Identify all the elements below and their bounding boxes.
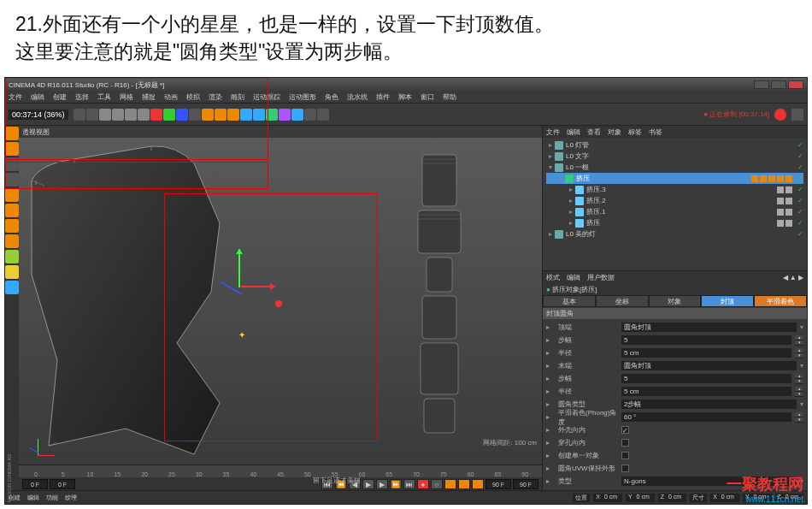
objmenu-edit[interactable]: 编辑 bbox=[567, 127, 580, 137]
tab-basic[interactable]: 基本 bbox=[543, 295, 596, 307]
attr-value[interactable]: 圆角封顶 bbox=[621, 323, 797, 332]
timeline-start[interactable] bbox=[22, 479, 48, 489]
objmenu-obj[interactable]: 对象 bbox=[608, 127, 621, 137]
matmenu-edit[interactable]: 编辑 bbox=[27, 494, 39, 502]
autokey-button[interactable]: ○ bbox=[431, 479, 443, 489]
tree-item[interactable]: ▸挤压.2✓ bbox=[546, 195, 803, 206]
attr-value[interactable]: 60 ° bbox=[621, 412, 791, 422]
spline-pen-icon[interactable] bbox=[253, 109, 265, 121]
menu-window[interactable]: 窗口 bbox=[421, 92, 434, 102]
window-buttons[interactable] bbox=[754, 80, 803, 89]
render-settings-icon[interactable] bbox=[215, 109, 227, 121]
checkbox[interactable] bbox=[621, 465, 629, 472]
tree-item[interactable]: ▸L0 文字✓ bbox=[546, 151, 803, 162]
rec-button[interactable] bbox=[774, 109, 786, 121]
menu-mesh[interactable]: 网格 bbox=[120, 92, 133, 102]
record-key-button[interactable]: ● bbox=[417, 479, 429, 489]
workplane2-icon[interactable] bbox=[5, 281, 19, 294]
tree-item[interactable]: ▸挤压.1✓ bbox=[546, 206, 803, 217]
move-gizmo[interactable]: ✦ bbox=[203, 249, 279, 326]
next-key-button[interactable]: ⏩ bbox=[390, 479, 402, 489]
objmenu-file[interactable]: 文件 bbox=[546, 127, 560, 137]
tab-object[interactable]: 对象 bbox=[649, 295, 702, 307]
camera-toggle-icon[interactable] bbox=[791, 109, 803, 121]
close-button[interactable] bbox=[788, 80, 803, 89]
deformer-icon[interactable] bbox=[279, 109, 291, 121]
menu-tools[interactable]: 工具 bbox=[97, 92, 111, 102]
timeline-current[interactable] bbox=[50, 479, 75, 489]
workplane-icon[interactable] bbox=[5, 173, 19, 186]
viewport-3d[interactable]: ✦ 网格间距: 100 cm bbox=[19, 138, 542, 465]
redo-icon[interactable] bbox=[86, 109, 98, 121]
texture-mode-icon[interactable] bbox=[5, 157, 19, 171]
axis-x-lock[interactable] bbox=[150, 109, 162, 121]
undo-icon[interactable] bbox=[74, 109, 85, 121]
generator-icon[interactable] bbox=[266, 109, 278, 121]
menu-anim[interactable]: 动画 bbox=[164, 92, 178, 102]
play-button[interactable]: ▶ bbox=[362, 479, 374, 489]
render-icon[interactable] bbox=[202, 109, 214, 121]
spinner[interactable]: ▴▾ bbox=[795, 387, 803, 396]
menu-snap[interactable]: 捕捉 bbox=[142, 92, 156, 102]
menu-help[interactable]: 帮助 bbox=[443, 92, 456, 102]
tool-scale-icon[interactable] bbox=[125, 109, 137, 121]
tab-phong[interactable]: 平滑着色(Phong) bbox=[754, 295, 807, 307]
objmenu-tags[interactable]: 标签 bbox=[628, 127, 642, 137]
attrmenu-edit[interactable]: 编辑 bbox=[567, 273, 580, 282]
snap-enable-icon[interactable] bbox=[5, 265, 19, 279]
menu-plugins[interactable]: 插件 bbox=[376, 92, 390, 102]
goto-end-button[interactable]: ⏭ bbox=[403, 479, 415, 489]
next-frame-button[interactable]: ▶ bbox=[376, 479, 388, 489]
key-scale-icon[interactable] bbox=[458, 479, 470, 489]
camera-icon[interactable] bbox=[304, 109, 316, 121]
coord-z[interactable]: Z 0 cm bbox=[658, 494, 686, 502]
dropdown-icon[interactable]: ▾ bbox=[800, 362, 803, 370]
objmenu-bookmarks[interactable]: 书签 bbox=[649, 127, 662, 137]
menu-sim[interactable]: 模拟 bbox=[186, 92, 200, 102]
attrmenu-mode[interactable]: 模式 bbox=[546, 273, 560, 282]
primitive-cube-icon[interactable] bbox=[240, 109, 252, 121]
attr-value[interactable]: 圆角封顶 bbox=[621, 361, 797, 370]
light-icon[interactable] bbox=[317, 109, 329, 121]
minimize-button[interactable] bbox=[754, 80, 769, 89]
coord-x[interactable]: X 0 cm bbox=[593, 494, 622, 502]
attr-value[interactable]: 2步幅 bbox=[621, 400, 797, 409]
attr-value[interactable]: 5 bbox=[621, 335, 791, 345]
menu-script[interactable]: 脚本 bbox=[398, 92, 412, 102]
checkbox[interactable] bbox=[621, 439, 629, 447]
attr-value[interactable]: 5 cm bbox=[621, 387, 791, 396]
timeline-end[interactable] bbox=[485, 479, 511, 489]
axis-mode-icon[interactable] bbox=[5, 234, 19, 248]
tool-rotate-icon[interactable] bbox=[138, 109, 150, 121]
checkbox[interactable]: ✓ bbox=[621, 426, 629, 434]
menu-render[interactable]: 渲染 bbox=[209, 92, 222, 102]
key-pos-icon[interactable] bbox=[444, 479, 456, 489]
tab-coord[interactable]: 坐标 bbox=[596, 295, 649, 307]
maximize-button[interactable] bbox=[771, 80, 786, 89]
key-rot-icon[interactable] bbox=[472, 479, 484, 489]
render-region-icon[interactable] bbox=[227, 109, 239, 121]
tweak-icon[interactable] bbox=[5, 250, 19, 263]
attrmenu-user[interactable]: 用户数据 bbox=[587, 273, 615, 282]
tree-item[interactable]: ▸L0 美的灯✓ bbox=[546, 228, 803, 240]
axis-z-lock[interactable] bbox=[176, 109, 188, 121]
attr-value[interactable]: 5 cm bbox=[621, 348, 791, 358]
objmenu-view[interactable]: 查看 bbox=[587, 127, 601, 137]
spinner[interactable]: ▴▾ bbox=[795, 348, 803, 358]
tree-item[interactable]: ▸挤压✓ bbox=[546, 173, 803, 184]
menu-create[interactable]: 创建 bbox=[53, 92, 67, 102]
menu-file[interactable]: 文件 bbox=[9, 92, 22, 102]
coord-y[interactable]: Y 0 cm bbox=[626, 494, 655, 502]
gizmo-y-axis[interactable] bbox=[238, 249, 240, 287]
axis-y-lock[interactable] bbox=[163, 109, 175, 121]
object-tree[interactable]: ▸L0 灯管✓▸L0 文字✓▾L0 一根✓▸挤压✓▸挤压.3✓▸挤压.2✓▸挤压… bbox=[543, 138, 807, 270]
menu-char[interactable]: 角色 bbox=[325, 92, 338, 102]
make-editable-icon[interactable] bbox=[5, 127, 19, 140]
menu-pipeline[interactable]: 流水线 bbox=[347, 92, 368, 102]
coord-system-icon[interactable] bbox=[189, 109, 201, 121]
tree-item[interactable]: ▾L0 一根✓ bbox=[546, 162, 803, 173]
edge-mode-icon[interactable] bbox=[5, 204, 19, 217]
gizmo-x-axis[interactable] bbox=[241, 286, 275, 287]
tree-item[interactable]: ▸L0 灯管✓ bbox=[546, 139, 803, 151]
menu-select[interactable]: 选择 bbox=[75, 92, 89, 102]
